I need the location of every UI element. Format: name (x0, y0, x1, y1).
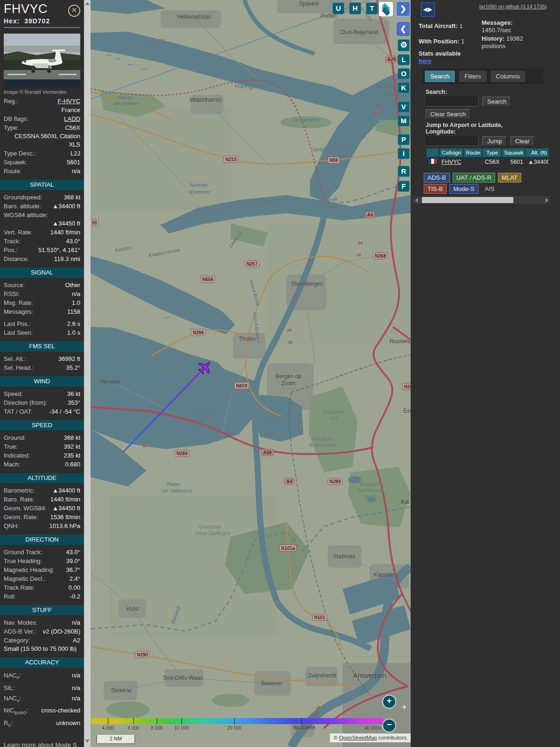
map-shortcut-l[interactable]: L (398, 54, 410, 65)
row-value: 0.680 (65, 460, 80, 469)
row-label: Nav. Modes: (4, 618, 37, 627)
column-header-flag[interactable] (427, 148, 439, 157)
scrollbar-down-arrow[interactable] (85, 740, 90, 743)
row-label: ADS-B Ver.: (4, 627, 36, 636)
data-row: Groundspeed:368 kt (0, 193, 84, 202)
column-header-alt-ft-[interactable]: Alt. (ft) (526, 148, 549, 157)
settings-gear-icon[interactable]: ⚙ (398, 39, 410, 51)
map-shortcut-v[interactable]: V (398, 101, 410, 113)
row-label: Category: (4, 636, 30, 645)
row-label: Type Desc.: (4, 149, 36, 158)
tab-columns[interactable]: Columns (490, 70, 526, 83)
row-value: France (62, 106, 80, 114)
data-row: Direction (from):353° (0, 398, 84, 407)
badge-mlat[interactable]: MLAT (498, 173, 521, 183)
map-shortcut-m[interactable]: M (398, 115, 410, 127)
hscroll-left-arrow[interactable] (415, 198, 418, 203)
callsign-link[interactable]: FHVYC (441, 159, 461, 165)
badge-mode-s[interactable]: Mode-S (449, 184, 478, 194)
data-row: Pos.:51.510°, 4.161° (0, 246, 84, 254)
flag-icon-france (428, 159, 437, 164)
zoom-out-button[interactable]: − (382, 719, 396, 733)
next-aircraft-button[interactable]: ❯ (397, 2, 410, 16)
column-header-route[interactable]: Route (464, 148, 482, 157)
badge-ais[interactable]: AIS (481, 184, 498, 194)
data-row: Msg. Rate:1.0 (0, 298, 84, 307)
map-button-h[interactable]: H (349, 2, 361, 14)
row-label: Last Seen: (4, 328, 33, 337)
stats-here-link[interactable]: here (419, 57, 431, 64)
map-shortcut-i[interactable]: I (398, 148, 410, 159)
badge-tis-b[interactable]: TIS-B (424, 184, 447, 194)
map-shortcut-k[interactable]: K (398, 82, 410, 93)
row-label: DB flags: (4, 114, 28, 123)
tar1090-app: FHVYC ✕ Hex: 39D702 (0, 0, 560, 747)
hscroll-thumb[interactable] (422, 197, 513, 203)
data-row: RC:unknown (0, 718, 84, 731)
row-label: Direction (from): (4, 398, 47, 407)
data-row: Speed:36 kt (0, 389, 84, 398)
alt-tick (234, 718, 235, 724)
table-row[interactable]: FHVYCC56X5601▲34400 (427, 158, 549, 166)
data-row: NACV:n/a (0, 693, 84, 706)
tab-filters[interactable]: Filters (458, 70, 487, 83)
search-input[interactable] (426, 97, 479, 106)
jump-input[interactable] (426, 136, 479, 146)
hex-label: Hex: (4, 17, 20, 25)
row-label: Mach: (4, 460, 20, 469)
zoom-in-button[interactable]: + (382, 695, 396, 709)
row-value: 36.7° (66, 565, 80, 574)
clear-search-button[interactable]: Clear Search (426, 109, 470, 119)
row-label: SIL: (4, 683, 14, 693)
row-value-link[interactable]: LADD (64, 114, 80, 123)
row-label: Pos.: (4, 246, 18, 254)
search-button[interactable]: Search (483, 97, 511, 106)
prev-aircraft-button[interactable]: ❮ (397, 22, 410, 36)
row-value: n/a (72, 683, 80, 693)
layers-icon[interactable] (379, 2, 393, 16)
jump-clear-button[interactable]: Clear (511, 136, 534, 146)
row-label: RC: (4, 718, 13, 731)
data-row: Sel. Head.:35.2° (0, 363, 84, 372)
map-shortcut-o[interactable]: O (398, 68, 410, 79)
map-shortcut-f[interactable]: F (398, 181, 410, 192)
badge-ads-b[interactable]: ADS-B (424, 173, 450, 183)
table-horizontal-scrollbar[interactable] (413, 196, 550, 204)
close-icon[interactable]: ✕ (68, 5, 80, 17)
osm-link[interactable]: OpenStreetMap (339, 735, 377, 740)
map-shortcut-p[interactable]: P (398, 134, 410, 145)
column-header-type[interactable]: Type (483, 148, 501, 157)
badge-uat-ads-r[interactable]: UAT / ADS-R (453, 173, 495, 183)
total-aircraft-stat: Total Aircraft: 1 (419, 22, 463, 29)
data-row: QNH:1013.6 hPa (0, 521, 84, 530)
column-header-squawk[interactable]: Squawk (502, 148, 525, 157)
section-body: Source:OtherRSSI:n/aMsg. Rate:1.0Message… (0, 281, 84, 337)
row-value-link[interactable]: F-HVYC (58, 97, 80, 106)
row-value: 1158 (67, 307, 80, 316)
row-value: 368 kt (64, 433, 80, 442)
data-row: Geom. WGS84:▲34450 ft (0, 504, 84, 513)
row-value: 36992 ft (58, 354, 80, 363)
row-value: ▲34400 ft (52, 486, 80, 495)
follow-aircraft-icon[interactable]: ✈ (401, 703, 407, 712)
data-row: Last Pos.:2.6 s (0, 319, 84, 328)
row-label: Squawk: (4, 158, 27, 167)
scrollbar-up-arrow[interactable] (85, 2, 90, 5)
map-button-u[interactable]: U (332, 2, 344, 14)
sidebar-toggle-icon[interactable]: ◀▶ (421, 2, 435, 17)
map-canvas[interactable]: SpijkeniPuttenHellevoetsluisOud-Beijerla… (91, 0, 411, 747)
jump-button[interactable]: Jump (483, 136, 507, 146)
aircraft-photo[interactable] (4, 34, 80, 88)
data-row: Track Rate:0.00 (0, 583, 84, 592)
map-button-t[interactable]: T (366, 2, 378, 14)
map-base-art (91, 0, 411, 747)
column-header-callsign[interactable]: Callsign (440, 148, 463, 157)
row-value: 1.0 (72, 298, 80, 307)
map-shortcut-r[interactable]: R (398, 166, 410, 177)
row-value: 119.3 nmi (54, 254, 80, 263)
github-link[interactable]: tar1090 on github (3.14.1735) (479, 4, 547, 9)
hscroll-right-arrow[interactable] (546, 198, 548, 203)
tab-search[interactable]: Search (424, 70, 455, 83)
photo-credit: Image © Ronald Vermeulen (0, 88, 84, 97)
panel-scrollbar[interactable] (84, 0, 91, 747)
